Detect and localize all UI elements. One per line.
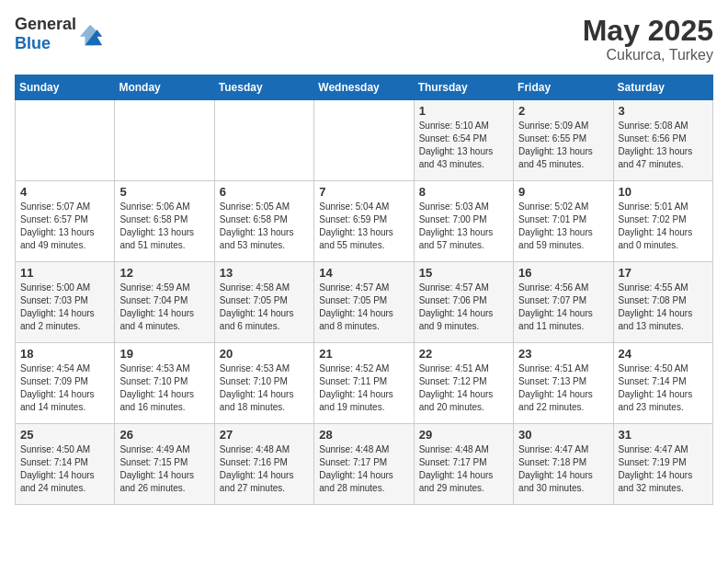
calendar-cell: 15Sunrise: 4:57 AM Sunset: 7:06 PM Dayli… xyxy=(414,262,513,343)
cell-info: Sunrise: 5:06 AM Sunset: 6:58 PM Dayligh… xyxy=(119,201,209,252)
cell-info: Sunrise: 4:59 AM Sunset: 7:04 PM Dayligh… xyxy=(119,282,209,333)
calendar-week-3: 11Sunrise: 5:00 AM Sunset: 7:03 PM Dayli… xyxy=(16,262,713,343)
day-number: 15 xyxy=(419,266,508,280)
month-year-title: May 2025 xyxy=(583,15,713,47)
cell-info: Sunrise: 4:48 AM Sunset: 7:16 PM Dayligh… xyxy=(220,443,309,495)
weekday-header-wednesday: Wednesday xyxy=(314,75,414,100)
cell-info: Sunrise: 5:01 AM Sunset: 7:02 PM Dayligh… xyxy=(619,201,708,252)
calendar-week-4: 18Sunrise: 4:54 AM Sunset: 7:09 PM Dayli… xyxy=(16,343,713,424)
calendar-body: 1Sunrise: 5:10 AM Sunset: 6:54 PM Daylig… xyxy=(16,100,713,505)
weekday-header-sunday: Sunday xyxy=(16,75,115,100)
page-header: General Blue May 2025 Cukurca, Turkey xyxy=(15,15,713,63)
calendar-cell: 16Sunrise: 4:56 AM Sunset: 7:07 PM Dayli… xyxy=(514,262,613,343)
title-block: May 2025 Cukurca, Turkey xyxy=(583,15,713,63)
cell-info: Sunrise: 4:49 AM Sunset: 7:15 PM Dayligh… xyxy=(119,443,209,495)
day-number: 21 xyxy=(319,347,408,361)
calendar-cell: 23Sunrise: 4:51 AM Sunset: 7:13 PM Dayli… xyxy=(514,343,613,424)
cell-info: Sunrise: 5:02 AM Sunset: 7:01 PM Dayligh… xyxy=(518,201,608,252)
day-number: 31 xyxy=(619,428,708,442)
day-number: 25 xyxy=(20,428,109,442)
day-number: 5 xyxy=(119,185,209,199)
cell-info: Sunrise: 4:47 AM Sunset: 7:19 PM Dayligh… xyxy=(619,443,708,495)
cell-info: Sunrise: 5:03 AM Sunset: 7:00 PM Dayligh… xyxy=(419,201,508,252)
cell-info: Sunrise: 4:56 AM Sunset: 7:07 PM Dayligh… xyxy=(518,282,608,333)
day-number: 2 xyxy=(518,104,608,118)
cell-info: Sunrise: 4:48 AM Sunset: 7:17 PM Dayligh… xyxy=(419,443,508,495)
logo-icon xyxy=(78,21,104,47)
calendar-cell: 5Sunrise: 5:06 AM Sunset: 6:58 PM Daylig… xyxy=(115,181,214,262)
calendar-cell xyxy=(16,100,115,181)
calendar-cell xyxy=(314,100,414,181)
calendar-cell: 31Sunrise: 4:47 AM Sunset: 7:19 PM Dayli… xyxy=(613,424,712,505)
calendar-cell: 12Sunrise: 4:59 AM Sunset: 7:04 PM Dayli… xyxy=(115,262,214,343)
cell-info: Sunrise: 5:10 AM Sunset: 6:54 PM Dayligh… xyxy=(419,120,508,171)
cell-info: Sunrise: 5:05 AM Sunset: 6:58 PM Dayligh… xyxy=(220,201,309,252)
day-number: 22 xyxy=(419,347,508,361)
day-number: 8 xyxy=(419,185,508,199)
calendar-cell: 7Sunrise: 5:04 AM Sunset: 6:59 PM Daylig… xyxy=(314,181,414,262)
day-number: 10 xyxy=(619,185,708,199)
calendar-cell: 19Sunrise: 4:53 AM Sunset: 7:10 PM Dayli… xyxy=(115,343,214,424)
day-number: 7 xyxy=(319,185,408,199)
calendar-cell xyxy=(214,100,313,181)
calendar-cell: 14Sunrise: 4:57 AM Sunset: 7:05 PM Dayli… xyxy=(314,262,414,343)
day-number: 19 xyxy=(119,347,209,361)
calendar-cell: 24Sunrise: 4:50 AM Sunset: 7:14 PM Dayli… xyxy=(613,343,712,424)
cell-info: Sunrise: 4:51 AM Sunset: 7:12 PM Dayligh… xyxy=(419,362,508,414)
day-number: 20 xyxy=(220,347,309,361)
cell-info: Sunrise: 4:58 AM Sunset: 7:05 PM Dayligh… xyxy=(220,282,309,333)
day-number: 17 xyxy=(619,266,708,280)
cell-info: Sunrise: 4:50 AM Sunset: 7:14 PM Dayligh… xyxy=(20,443,109,495)
calendar-week-5: 25Sunrise: 4:50 AM Sunset: 7:14 PM Dayli… xyxy=(16,424,713,505)
day-number: 3 xyxy=(619,104,708,118)
cell-info: Sunrise: 4:53 AM Sunset: 7:10 PM Dayligh… xyxy=(119,362,209,414)
logo: General Blue xyxy=(15,15,104,53)
calendar-cell: 17Sunrise: 4:55 AM Sunset: 7:08 PM Dayli… xyxy=(613,262,712,343)
calendar-cell: 2Sunrise: 5:09 AM Sunset: 6:55 PM Daylig… xyxy=(514,100,613,181)
day-number: 16 xyxy=(518,266,608,280)
calendar-cell: 1Sunrise: 5:10 AM Sunset: 6:54 PM Daylig… xyxy=(414,100,513,181)
calendar-cell: 9Sunrise: 5:02 AM Sunset: 7:01 PM Daylig… xyxy=(514,181,613,262)
calendar-week-1: 1Sunrise: 5:10 AM Sunset: 6:54 PM Daylig… xyxy=(16,100,713,181)
cell-info: Sunrise: 4:55 AM Sunset: 7:08 PM Dayligh… xyxy=(619,282,708,333)
day-number: 11 xyxy=(20,266,109,280)
day-number: 6 xyxy=(220,185,309,199)
cell-info: Sunrise: 5:04 AM Sunset: 6:59 PM Dayligh… xyxy=(319,201,408,252)
calendar-cell: 10Sunrise: 5:01 AM Sunset: 7:02 PM Dayli… xyxy=(613,181,712,262)
cell-info: Sunrise: 4:53 AM Sunset: 7:10 PM Dayligh… xyxy=(220,362,309,414)
cell-info: Sunrise: 5:00 AM Sunset: 7:03 PM Dayligh… xyxy=(20,282,109,333)
calendar-cell: 13Sunrise: 4:58 AM Sunset: 7:05 PM Dayli… xyxy=(214,262,313,343)
day-number: 29 xyxy=(419,428,508,442)
cell-info: Sunrise: 4:57 AM Sunset: 7:06 PM Dayligh… xyxy=(419,282,508,333)
weekday-header-saturday: Saturday xyxy=(613,75,712,100)
calendar-cell: 28Sunrise: 4:48 AM Sunset: 7:17 PM Dayli… xyxy=(314,424,414,505)
cell-info: Sunrise: 4:51 AM Sunset: 7:13 PM Dayligh… xyxy=(518,362,608,414)
day-number: 13 xyxy=(220,266,309,280)
day-number: 14 xyxy=(319,266,408,280)
calendar-table: SundayMondayTuesdayWednesdayThursdayFrid… xyxy=(15,75,713,505)
cell-info: Sunrise: 5:07 AM Sunset: 6:57 PM Dayligh… xyxy=(20,201,109,252)
cell-info: Sunrise: 5:08 AM Sunset: 6:56 PM Dayligh… xyxy=(619,120,708,171)
day-number: 18 xyxy=(20,347,109,361)
cell-info: Sunrise: 4:57 AM Sunset: 7:05 PM Dayligh… xyxy=(319,282,408,333)
weekday-header-friday: Friday xyxy=(514,75,613,100)
day-number: 30 xyxy=(518,428,608,442)
weekday-header-thursday: Thursday xyxy=(414,75,513,100)
cell-info: Sunrise: 4:54 AM Sunset: 7:09 PM Dayligh… xyxy=(20,362,109,414)
location-subtitle: Cukurca, Turkey xyxy=(583,47,713,63)
weekday-header-tuesday: Tuesday xyxy=(214,75,313,100)
logo-text: General Blue xyxy=(15,15,76,53)
calendar-cell: 21Sunrise: 4:52 AM Sunset: 7:11 PM Dayli… xyxy=(314,343,414,424)
calendar-cell: 11Sunrise: 5:00 AM Sunset: 7:03 PM Dayli… xyxy=(16,262,115,343)
calendar-cell: 6Sunrise: 5:05 AM Sunset: 6:58 PM Daylig… xyxy=(214,181,313,262)
cell-info: Sunrise: 4:52 AM Sunset: 7:11 PM Dayligh… xyxy=(319,362,408,414)
calendar-cell xyxy=(115,100,214,181)
calendar-cell: 22Sunrise: 4:51 AM Sunset: 7:12 PM Dayli… xyxy=(414,343,513,424)
calendar-cell: 3Sunrise: 5:08 AM Sunset: 6:56 PM Daylig… xyxy=(613,100,712,181)
day-number: 12 xyxy=(119,266,209,280)
calendar-cell: 30Sunrise: 4:47 AM Sunset: 7:18 PM Dayli… xyxy=(514,424,613,505)
day-number: 26 xyxy=(119,428,209,442)
calendar-week-2: 4Sunrise: 5:07 AM Sunset: 6:57 PM Daylig… xyxy=(16,181,713,262)
day-number: 27 xyxy=(220,428,309,442)
day-number: 1 xyxy=(419,104,508,118)
